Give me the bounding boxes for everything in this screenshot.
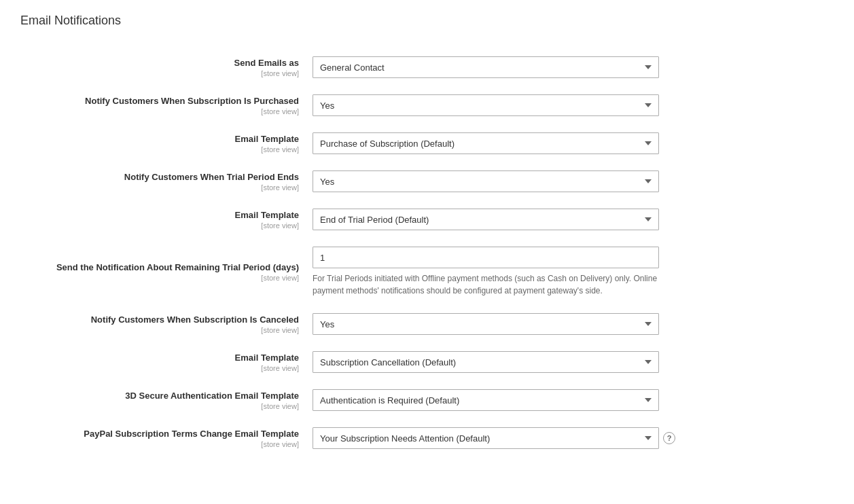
email-notifications-form: Send Emails as[store view]General Contac… — [20, 48, 834, 457]
field-cell-email-template-trial: End of Trial Period (Default) — [313, 200, 834, 238]
field-cell-notify-trial-ends: YesNo — [313, 162, 834, 200]
label-text-email-template-purchase: Email Template — [235, 133, 299, 145]
hint-remaining-trial-days: For Trial Periods initiated with Offline… — [313, 272, 659, 297]
select-notify-canceled[interactable]: YesNo — [313, 313, 659, 335]
label-email-template-trial: Email Template[store view] — [20, 200, 313, 238]
select-paypal-terms-template[interactable]: Your Subscription Needs Attention (Defau… — [313, 427, 659, 449]
label-text-3d-secure-template: 3D Secure Authentication Email Template — [125, 390, 299, 402]
page-title: Email Notifications — [20, 14, 834, 28]
select-email-template-purchase[interactable]: Purchase of Subscription (Default) — [313, 132, 659, 154]
select-notify-purchased[interactable]: YesNo — [313, 94, 659, 116]
scope-paypal-terms-template: [store view] — [261, 440, 299, 448]
label-send-emails-as: Send Emails as[store view] — [20, 48, 313, 86]
scope-send-emails-as: [store view] — [261, 69, 299, 77]
field-cell-notify-purchased: YesNo — [313, 86, 834, 124]
field-cell-paypal-terms-template: Your Subscription Needs Attention (Defau… — [313, 419, 834, 457]
label-notify-trial-ends: Notify Customers When Trial Period Ends[… — [20, 162, 313, 200]
select-3d-secure-template[interactable]: Authentication is Required (Default) — [313, 389, 659, 411]
select-email-template-trial[interactable]: End of Trial Period (Default) — [313, 209, 659, 230]
input-remaining-trial-days[interactable] — [313, 247, 659, 268]
select-email-template-cancel[interactable]: Subscription Cancellation (Default) — [313, 351, 659, 373]
label-text-send-emails-as: Send Emails as — [234, 57, 299, 69]
scope-3d-secure-template: [store view] — [261, 402, 299, 410]
label-3d-secure-template: 3D Secure Authentication Email Template[… — [20, 381, 313, 419]
field-cell-send-emails-as: General ContactSales RepresentativeCusto… — [313, 48, 834, 86]
scope-email-template-trial: [store view] — [261, 221, 299, 230]
field-cell-email-template-cancel: Subscription Cancellation (Default) — [313, 343, 834, 381]
label-text-notify-canceled: Notify Customers When Subscription Is Ca… — [91, 314, 299, 326]
scope-remaining-trial-days: [store view] — [261, 274, 299, 282]
label-remaining-trial-days: Send the Notification About Remaining Tr… — [20, 238, 313, 305]
field-wrapper-paypal-terms-template: Your Subscription Needs Attention (Defau… — [313, 427, 834, 449]
label-notify-canceled: Notify Customers When Subscription Is Ca… — [20, 305, 313, 343]
label-email-template-purchase: Email Template[store view] — [20, 124, 313, 162]
field-cell-remaining-trial-days: For Trial Periods initiated with Offline… — [313, 238, 834, 305]
scope-notify-trial-ends: [store view] — [261, 183, 299, 192]
label-text-email-template-trial: Email Template — [235, 209, 299, 221]
label-notify-purchased: Notify Customers When Subscription Is Pu… — [20, 86, 313, 124]
label-email-template-cancel: Email Template[store view] — [20, 343, 313, 381]
scope-notify-canceled: [store view] — [261, 326, 299, 334]
label-paypal-terms-template: PayPal Subscription Terms Change Email T… — [20, 419, 313, 457]
scope-email-template-purchase: [store view] — [261, 145, 299, 154]
field-cell-email-template-purchase: Purchase of Subscription (Default) — [313, 124, 834, 162]
label-text-notify-trial-ends: Notify Customers When Trial Period Ends — [124, 171, 299, 183]
label-text-notify-purchased: Notify Customers When Subscription Is Pu… — [85, 95, 299, 107]
field-cell-3d-secure-template: Authentication is Required (Default) — [313, 381, 834, 419]
label-text-remaining-trial-days: Send the Notification About Remaining Tr… — [56, 262, 299, 274]
scope-email-template-cancel: [store view] — [261, 364, 299, 372]
help-icon[interactable]: ? — [663, 432, 675, 444]
scope-notify-purchased: [store view] — [261, 107, 299, 115]
select-notify-trial-ends[interactable]: YesNo — [313, 170, 659, 192]
field-cell-notify-canceled: YesNo — [313, 305, 834, 343]
label-text-email-template-cancel: Email Template — [235, 352, 299, 364]
label-text-paypal-terms-template: PayPal Subscription Terms Change Email T… — [84, 428, 299, 440]
select-send-emails-as[interactable]: General ContactSales RepresentativeCusto… — [313, 56, 659, 78]
